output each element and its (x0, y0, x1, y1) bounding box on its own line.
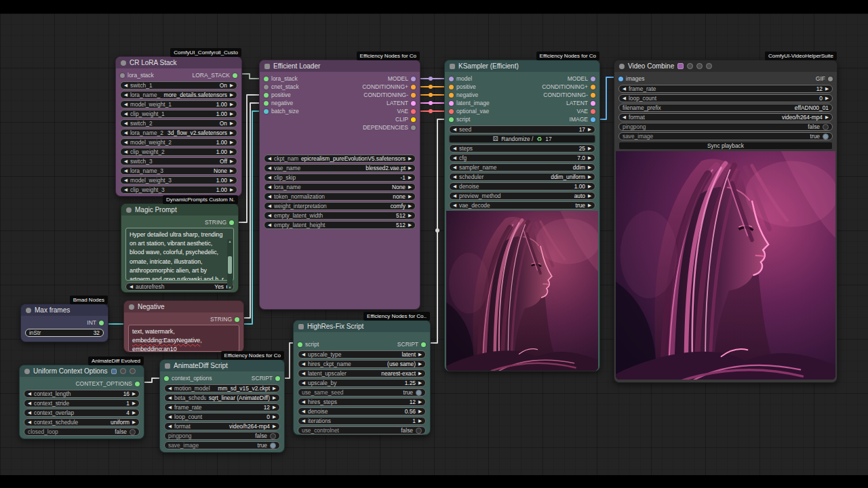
button-sync_playback[interactable]: Sync playback (618, 142, 833, 150)
decrease-arrow-icon[interactable]: ◀ (168, 405, 172, 410)
widget-frame_rate[interactable]: ◀frame_rate12▶ (618, 85, 833, 93)
increase-arrow-icon[interactable]: ▶ (825, 96, 829, 101)
output-dot-icon[interactable] (591, 85, 595, 89)
input-dot-icon[interactable] (449, 117, 454, 122)
decrease-arrow-icon[interactable]: ◀ (453, 165, 456, 170)
decrease-arrow-icon[interactable]: ◀ (124, 159, 127, 164)
output-dot-icon[interactable] (591, 93, 595, 98)
collapse-dot-icon[interactable] (126, 207, 132, 213)
output-slot-CONDITIONING+[interactable]: CONDITIONING+ (542, 83, 595, 90)
output-slot-STRING[interactable]: STRING (205, 219, 234, 226)
output-dot-icon[interactable] (411, 117, 416, 122)
node-option-icon[interactable] (696, 63, 703, 69)
widget-motion_model[interactable]: ◀motion_modelmm_sd_v15_v2.ckpt▶ (164, 384, 280, 392)
widget-switch_2[interactable]: ◀switch_2On▶ (120, 119, 237, 127)
widget-weight_interpretation[interactable]: ◀weight_interpretationcomfy▶ (264, 202, 416, 210)
increase-arrow-icon[interactable]: ▶ (408, 166, 412, 171)
widget-sampler_name[interactable]: ◀sampler_nameddim▶ (449, 163, 595, 171)
increase-arrow-icon[interactable]: ▶ (408, 195, 412, 199)
decrease-arrow-icon[interactable]: ◀ (124, 93, 127, 98)
increase-arrow-icon[interactable]: ▶ (230, 83, 233, 88)
increase-arrow-icon[interactable]: ▶ (132, 420, 136, 425)
decrease-arrow-icon[interactable]: ◀ (130, 285, 133, 289)
toggle-dot-icon[interactable] (416, 390, 422, 396)
collapse-box-icon[interactable] (298, 324, 304, 329)
input-dot-icon[interactable] (120, 73, 125, 78)
increase-arrow-icon[interactable]: ▶ (418, 419, 422, 424)
increase-arrow-icon[interactable]: ▶ (273, 386, 276, 391)
widget-scheduler[interactable]: ◀schedulerddim_uniform▶ (449, 173, 595, 181)
output-slot-MODEL[interactable]: MODEL (568, 75, 595, 82)
decrease-arrow-icon[interactable]: ◀ (623, 87, 626, 92)
widget-seed[interactable]: ◀seed17▶ (449, 125, 595, 134)
node-titlebar[interactable]: Uniform Context Options (20, 365, 144, 377)
widget-steps[interactable]: ◀steps25▶ (449, 144, 595, 152)
increase-arrow-icon[interactable]: ▶ (825, 115, 829, 120)
decrease-arrow-icon[interactable]: ◀ (168, 386, 172, 391)
output-dot-icon[interactable] (591, 109, 595, 114)
widget-clip_weight_3[interactable]: ◀clip_weight_31.00▶ (120, 186, 237, 194)
collapse-dot-icon[interactable] (26, 308, 31, 313)
output-dot-icon[interactable] (229, 220, 234, 225)
input-slot-optional_vae[interactable]: optional_vae (449, 108, 489, 115)
decrease-arrow-icon[interactable]: ◀ (268, 204, 271, 209)
increase-arrow-icon[interactable]: ▶ (825, 87, 829, 92)
widget-format[interactable]: ◀formatvideo/h264-mp4▶ (164, 422, 280, 430)
decrease-arrow-icon[interactable]: ◀ (302, 362, 305, 367)
textarea-scrollbar[interactable]: ▲▼ (227, 239, 233, 289)
decrease-arrow-icon[interactable]: ◀ (268, 157, 271, 161)
output-dot-icon[interactable] (411, 77, 416, 81)
output-slot-CONDITIONING-[interactable]: CONDITIONING- (363, 92, 416, 98)
input-dot-icon[interactable] (264, 109, 269, 114)
increase-arrow-icon[interactable]: ▶ (418, 352, 422, 357)
increase-arrow-icon[interactable]: ▶ (230, 178, 233, 183)
input-slot-script[interactable]: script (449, 116, 470, 123)
increase-arrow-icon[interactable]: ▶ (418, 381, 422, 386)
increase-arrow-icon[interactable]: ▶ (230, 93, 233, 98)
widget-hires_ckpt_name[interactable]: ◀hires_ckpt_name(use same)▶ (298, 360, 426, 368)
widget-vae_name[interactable]: ◀vae_nameblessed2.vae.pt▶ (264, 164, 416, 172)
decrease-arrow-icon[interactable]: ◀ (302, 409, 305, 414)
output-slot-VAE[interactable]: VAE (397, 108, 416, 115)
decrease-arrow-icon[interactable]: ◀ (124, 169, 127, 174)
increase-arrow-icon[interactable]: ▶ (230, 150, 233, 155)
node-animatediff-script[interactable]: Efficiency Nodes for Co AnimateDiff Scri… (159, 359, 285, 453)
output-slot-DEPENDENCIES[interactable]: DEPENDENCIES (363, 124, 416, 131)
input-dot-icon[interactable] (298, 342, 302, 347)
widget-model_weight_3[interactable]: ◀model_weight_31.00▶ (120, 176, 237, 184)
output-dot-icon[interactable] (591, 77, 595, 81)
node-titlebar[interactable]: Magic Prompt (121, 204, 238, 216)
decrease-arrow-icon[interactable]: ◀ (28, 401, 31, 406)
input-slot-positive[interactable]: positive (449, 83, 476, 90)
decrease-arrow-icon[interactable]: ◀ (124, 121, 127, 126)
widget-ckpt_name[interactable]: ◀ckpt_nameepicrealism_pureEvolutionV5.sa… (264, 155, 416, 163)
widget-context_stride[interactable]: ◀context_stride1▶ (24, 399, 140, 407)
toggle-dot-icon[interactable] (270, 433, 276, 439)
input-dot-icon[interactable] (264, 101, 269, 106)
toggle-dot-icon[interactable] (130, 429, 136, 435)
widget-pingpong[interactable]: pingpongfalse (618, 123, 833, 131)
increase-arrow-icon[interactable]: ▶ (230, 102, 233, 107)
widget-token_normalization[interactable]: ◀token_normalizationnone▶ (264, 192, 416, 201)
widget-context_overlap[interactable]: ◀context_overlap4▶ (24, 409, 140, 417)
input-slot-context_options[interactable]: context_options (164, 375, 212, 382)
toggle-dot-icon[interactable] (823, 124, 829, 130)
node-cr-lora-stack[interactable]: ComfyUI_Comfyroll_Custo CR LoRA Stack lo… (115, 56, 242, 197)
widget-context_length[interactable]: ◀context_length16▶ (24, 390, 140, 398)
decrease-arrow-icon[interactable]: ◀ (623, 115, 626, 120)
decrease-arrow-icon[interactable]: ◀ (168, 424, 172, 429)
increase-arrow-icon[interactable]: ▶ (408, 157, 412, 161)
widget-clip_skip[interactable]: ◀clip_skip-1▶ (264, 174, 416, 182)
decrease-arrow-icon[interactable]: ◀ (453, 146, 456, 151)
widget-loop_count[interactable]: ◀loop_count0▶ (164, 413, 280, 421)
decrease-arrow-icon[interactable]: ◀ (453, 203, 456, 208)
decrease-arrow-icon[interactable]: ◀ (623, 96, 626, 101)
widget-preview_method[interactable]: ◀preview_methodauto▶ (449, 192, 595, 200)
output-dot-icon[interactable] (828, 77, 833, 81)
input-slot-model[interactable]: model (449, 75, 472, 82)
node-titlebar[interactable]: Negative (124, 301, 243, 312)
increase-arrow-icon[interactable]: ▶ (230, 140, 233, 145)
widget-use_controlnet[interactable]: use_controlnetfalse (298, 426, 426, 434)
widget-cfg[interactable]: ◀cfg7.0▶ (449, 154, 595, 162)
node-efficient-loader[interactable]: Efficiency Nodes for Co Efficient Loader… (259, 60, 420, 310)
